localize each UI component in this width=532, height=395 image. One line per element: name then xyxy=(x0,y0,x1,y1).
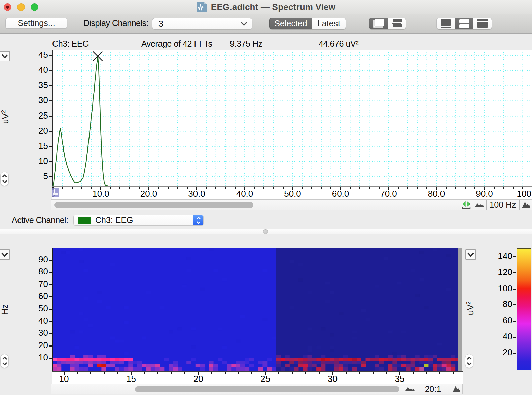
chevron-up-icon xyxy=(467,357,472,360)
high-mountain-icon xyxy=(522,202,530,208)
spectrogram-x-axis: 101520253035 xyxy=(52,371,463,384)
spectrum-header-channel: Ch3: EEG xyxy=(52,38,89,50)
spectrum-x-tick: 20.0 xyxy=(129,189,169,199)
spectrogram-y-axis-title: Hz xyxy=(0,301,10,315)
spectrum-x-tick: 10.0 xyxy=(81,189,121,199)
display-channels-label: Display Channels: xyxy=(83,18,148,29)
title-area: EEG.adicht — Spectrum View xyxy=(0,0,532,14)
colorbar-tick-mark xyxy=(513,256,516,257)
spectrogram-y-tick: 30 xyxy=(14,328,48,338)
spectrogram-y-tick-mark xyxy=(49,309,52,310)
spectrogram-x-tick-mark xyxy=(238,372,239,374)
spectrum-y-tick-labels: 45403530252015105 xyxy=(0,50,54,186)
spectrogram-y-tick-labels: 908070605040302010 xyxy=(34,248,54,371)
spectrum-expand-scale-button[interactable] xyxy=(519,200,532,210)
spectrum-x-tick: 40.0 xyxy=(224,189,265,199)
window-title: EEG.adicht — Spectrum View xyxy=(211,2,335,12)
mode-segmented-control: Selected Latest xyxy=(269,18,346,29)
spectrum-y-tick-mark xyxy=(49,100,52,101)
segment-plot-view[interactable] xyxy=(369,18,388,29)
spectrogram-y-tick: 50 xyxy=(14,303,48,314)
spectrum-y-tick: 45 xyxy=(14,50,48,60)
spectrogram-expand-ratio-button[interactable] xyxy=(450,384,463,394)
spectrogram-y-tick-mark xyxy=(49,260,52,261)
spectrogram-x-tick: 10 xyxy=(52,374,84,384)
pane-splitter[interactable] xyxy=(0,229,532,234)
segment-selected[interactable]: Selected xyxy=(269,18,312,29)
split-panes-icon xyxy=(459,19,469,28)
display-channels-select[interactable]: 3 xyxy=(152,18,252,29)
spectrum-y-tick: 15 xyxy=(14,141,48,151)
spectrum-h-scrollbar-thumb[interactable] xyxy=(54,202,253,208)
chevron-down-icon xyxy=(467,252,474,257)
spectrogram-x-tick: 35 xyxy=(380,374,420,384)
spectrum-y-tick: 25 xyxy=(14,110,48,121)
spectrogram-ratio-value[interactable]: 20:1 xyxy=(417,384,450,394)
spectrum-y-tick-mark xyxy=(49,146,52,147)
spectrogram-ratio-label: 20:1 xyxy=(425,384,441,394)
autoscale-h-icon xyxy=(462,201,471,209)
axis-marker-box[interactable] xyxy=(52,188,59,197)
colorbar-tick: 120 xyxy=(478,267,512,277)
spectrogram-scroll-row: 20:1 xyxy=(51,384,463,394)
spectrogram-x-tick: 15 xyxy=(111,374,151,384)
spectrogram-y-tick: 90 xyxy=(14,254,48,265)
settings-button[interactable]: Settings... xyxy=(5,18,67,29)
spectrogram-x-tick: 25 xyxy=(245,374,286,384)
spectrum-view-window: EEG.adicht — Spectrum View Settings... D… xyxy=(0,0,532,395)
spectrum-scale-value[interactable]: 100 Hz xyxy=(486,200,519,210)
segment-list-view[interactable] xyxy=(388,18,406,29)
segment-split-panes[interactable] xyxy=(455,18,473,29)
spectrogram-x-tick-mark xyxy=(157,372,158,374)
spectrum-y-tick: 35 xyxy=(14,80,48,90)
spectrum-y-tick: 5 xyxy=(14,171,48,182)
chevron-up-icon xyxy=(2,357,7,360)
chevron-down-icon xyxy=(241,22,247,26)
spectrum-y-tick-mark xyxy=(49,70,52,71)
segment-bottom-pane-only[interactable] xyxy=(473,18,492,29)
spectrogram-plot[interactable] xyxy=(52,248,462,371)
splitter-handle[interactable] xyxy=(263,229,268,234)
spectrogram-y-tick-mark xyxy=(49,333,52,334)
top-pane-icon xyxy=(441,19,451,28)
popup-arrows xyxy=(193,215,203,225)
spectrogram-h-scrollbar-thumb[interactable] xyxy=(135,386,399,392)
colorbar-tick: 80 xyxy=(478,299,512,309)
spectrogram-left-stepper[interactable] xyxy=(0,354,9,368)
segment-latest[interactable]: Latest xyxy=(312,18,346,29)
spectrum-compress-scale-button[interactable] xyxy=(473,200,486,210)
settings-button-label: Settings... xyxy=(17,18,55,28)
spectrogram-right-options-button[interactable] xyxy=(465,249,476,260)
spectrum-autoscale-button[interactable] xyxy=(460,200,473,210)
low-mountain-icon xyxy=(475,203,484,207)
colorbar-tick: 100 xyxy=(478,283,512,294)
colorbar-tick: 60 xyxy=(478,315,512,326)
spectrum-y-tick-mark xyxy=(49,176,52,177)
layout-segmented-control xyxy=(436,18,492,29)
active-channel-popup[interactable]: Ch3: EEG xyxy=(73,215,204,226)
spectrum-x-tick: 50.0 xyxy=(273,189,313,199)
spectrum-plot[interactable] xyxy=(52,50,532,186)
spectrogram-y-tick-mark xyxy=(49,296,52,297)
spectrogram-y-tick: 60 xyxy=(14,291,48,301)
spectrogram-compress-ratio-button[interactable] xyxy=(403,384,417,394)
spectrogram-x-tick-mark xyxy=(305,372,306,374)
low-mountain-icon xyxy=(405,387,415,391)
spectrogram-right-stepper[interactable] xyxy=(465,354,473,368)
spectrum-y-tick-mark xyxy=(49,55,52,56)
spectrogram-x-tick-mark xyxy=(171,372,172,374)
pane-style-segmented-control xyxy=(369,18,406,29)
spectrogram-x-tick-mark xyxy=(439,372,440,374)
chevron-down-icon xyxy=(467,362,472,365)
segment-top-pane-only[interactable] xyxy=(436,18,455,29)
colorbar-tick-labels: 14012010080604020 xyxy=(478,248,517,370)
spectrum-y-tick-mark xyxy=(49,161,52,162)
high-mountain-icon xyxy=(453,386,460,392)
bottom-pane-icon xyxy=(477,19,488,28)
spectrogram-left-options-button[interactable] xyxy=(0,249,10,260)
spectrogram-x-tick-mark xyxy=(104,372,105,374)
spectrum-y-tick-mark xyxy=(49,116,52,117)
spectrogram-x-tick: 30 xyxy=(312,374,353,384)
chevron-down-icon xyxy=(1,252,8,257)
colorbar-tick-mark xyxy=(513,337,516,338)
